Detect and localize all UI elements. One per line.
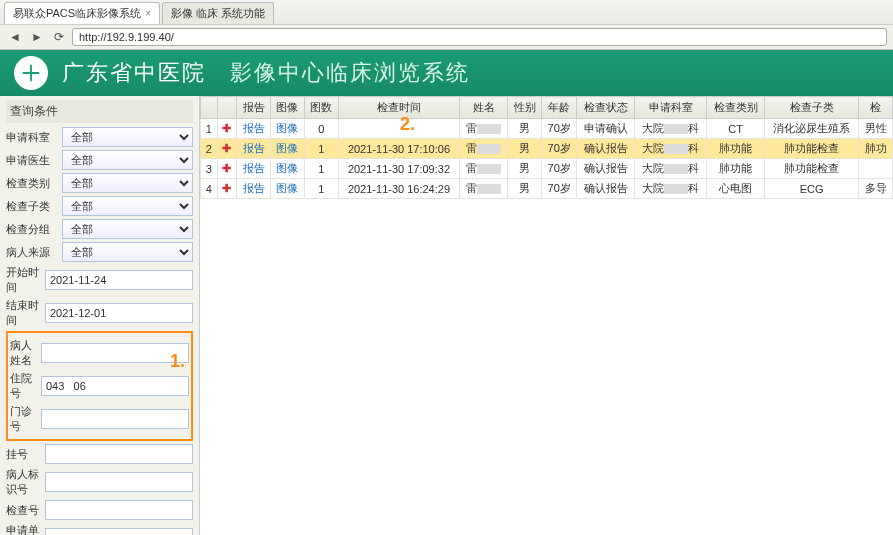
cell-time: 2021-11-30 17:10:06 (338, 139, 459, 159)
label-apply-no: 申请单号 (6, 523, 41, 535)
cell-more: 男性 (859, 119, 893, 139)
input-end-time[interactable] (45, 303, 193, 323)
cell-dept: 大院科 (635, 179, 707, 199)
col-category[interactable]: 检查类别 (707, 97, 765, 119)
label-reg-no: 挂号 (6, 447, 41, 462)
label-patient-id: 病人标识号 (6, 467, 41, 497)
input-inpatient-no[interactable] (41, 376, 189, 396)
label-inpatient-no: 住院号 (10, 371, 37, 401)
cell-subtype: 肺功能检查 (765, 159, 859, 179)
cell-name: 雷 (460, 179, 508, 199)
cell-idx: 3 (201, 159, 218, 179)
table-row[interactable]: 4✚报告图像12021-11-30 16:24:29雷男70岁确认报告大院科心电… (201, 179, 893, 199)
cell-sex: 男 (508, 139, 542, 159)
cell-idx: 1 (201, 119, 218, 139)
cell-category: 肺功能 (707, 139, 765, 159)
expand-icon[interactable]: ✚ (217, 119, 237, 139)
input-patient-id[interactable] (45, 472, 193, 492)
refresh-icon[interactable]: ⟳ (50, 28, 68, 46)
expand-icon[interactable]: ✚ (217, 179, 237, 199)
browser-tab-inactive[interactable]: 影像 临床 系统功能 (162, 2, 274, 24)
image-link[interactable]: 图像 (271, 159, 305, 179)
close-icon[interactable]: × (145, 8, 151, 19)
report-link[interactable]: 报告 (237, 159, 271, 179)
input-reg-no[interactable] (45, 444, 193, 464)
col-subtype[interactable]: 检查子类 (765, 97, 859, 119)
select-exam-group[interactable]: 全部 (62, 219, 193, 239)
back-icon[interactable]: ◄ (6, 28, 24, 46)
result-area: 2. 报告 图像 图数 检查时间 姓名 性别 年龄 检查状态 申请科室 检查类别… (200, 96, 893, 535)
label-outpatient-no: 门诊号 (10, 404, 37, 434)
col-more[interactable]: 检 (859, 97, 893, 119)
cell-category: 肺功能 (707, 159, 765, 179)
col-count[interactable]: 图数 (304, 97, 338, 119)
report-link[interactable]: 报告 (237, 119, 271, 139)
table-body: 1✚报告图像0雷男70岁申请确认大院科CT消化泌尿生殖系男性2✚报告图像1202… (201, 119, 893, 199)
col-time[interactable]: 检查时间 (338, 97, 459, 119)
col-sex[interactable]: 性别 (508, 97, 542, 119)
image-link[interactable]: 图像 (271, 119, 305, 139)
cell-sex: 男 (508, 119, 542, 139)
label-end-time: 结束时间 (6, 298, 41, 328)
input-apply-no[interactable] (45, 528, 193, 535)
input-exam-no[interactable] (45, 500, 193, 520)
input-outpatient-no[interactable] (41, 409, 189, 429)
tab-title: 易联众PACS临床影像系统 (13, 6, 141, 21)
col-report[interactable]: 报告 (237, 97, 271, 119)
select-exam-category[interactable]: 全部 (62, 173, 193, 193)
table-row[interactable]: 2✚报告图像12021-11-30 17:10:06雷男70岁确认报告大院科肺功… (201, 139, 893, 159)
col-age[interactable]: 年龄 (542, 97, 577, 119)
result-table: 报告 图像 图数 检查时间 姓名 性别 年龄 检查状态 申请科室 检查类别 检查… (200, 96, 893, 199)
cell-subtype: ECG (765, 179, 859, 199)
cell-count: 1 (304, 139, 338, 159)
forward-icon[interactable]: ► (28, 28, 46, 46)
url-input[interactable]: http://192.9.199.40/ (72, 28, 887, 46)
select-apply-dept[interactable]: 全部 (62, 127, 193, 147)
cell-status: 确认报告 (577, 139, 635, 159)
cell-status: 确认报告 (577, 179, 635, 199)
system-name: 影像中心临床浏览系统 (230, 58, 470, 88)
table-row[interactable]: 3✚报告图像12021-11-30 17:09:32雷男70岁确认报告大院科肺功… (201, 159, 893, 179)
col-name[interactable]: 姓名 (460, 97, 508, 119)
cell-time: 2021-11-30 16:24:29 (338, 179, 459, 199)
label-exam-no: 检查号 (6, 503, 41, 518)
table-row[interactable]: 1✚报告图像0雷男70岁申请确认大院科CT消化泌尿生殖系男性 (201, 119, 893, 139)
cell-dept: 大院科 (635, 119, 707, 139)
label-exam-subtype: 检查子类 (6, 199, 58, 214)
input-start-time[interactable] (45, 270, 193, 290)
expand-icon[interactable]: ✚ (217, 159, 237, 179)
select-patient-source[interactable]: 全部 (62, 242, 193, 262)
image-link[interactable]: 图像 (271, 139, 305, 159)
expand-icon[interactable]: ✚ (217, 139, 237, 159)
col-dept[interactable]: 申请科室 (635, 97, 707, 119)
highlight-box-1: 1. 病人姓名 住院号 门诊号 (6, 331, 193, 441)
cell-status: 申请确认 (577, 119, 635, 139)
col-idx (201, 97, 218, 119)
label-exam-category: 检查类别 (6, 176, 58, 191)
report-link[interactable]: 报告 (237, 139, 271, 159)
address-bar: ◄ ► ⟳ http://192.9.199.40/ (0, 24, 893, 49)
table-header: 报告 图像 图数 检查时间 姓名 性别 年龄 检查状态 申请科室 检查类别 检查… (201, 97, 893, 119)
cell-sex: 男 (508, 159, 542, 179)
cell-count: 1 (304, 159, 338, 179)
image-link[interactable]: 图像 (271, 179, 305, 199)
cell-count: 1 (304, 179, 338, 199)
select-apply-doctor[interactable]: 全部 (62, 150, 193, 170)
cell-name: 雷 (460, 119, 508, 139)
col-flag (217, 97, 237, 119)
report-link[interactable]: 报告 (237, 179, 271, 199)
col-image[interactable]: 图像 (271, 97, 305, 119)
app-banner: 广东省中医院 影像中心临床浏览系统 (0, 50, 893, 96)
input-patient-name[interactable] (41, 343, 189, 363)
annotation-1: 1. (170, 351, 185, 372)
tab-bar: 易联众PACS临床影像系统 × 影像 临床 系统功能 (0, 0, 893, 24)
browser-tab-active[interactable]: 易联众PACS临床影像系统 × (4, 2, 160, 24)
label-start-time: 开始时间 (6, 265, 41, 295)
cell-age: 70岁 (542, 119, 577, 139)
annotation-2: 2. (400, 114, 415, 135)
cell-subtype: 肺功能检查 (765, 139, 859, 159)
select-exam-subtype[interactable]: 全部 (62, 196, 193, 216)
col-status[interactable]: 检查状态 (577, 97, 635, 119)
tab-title: 影像 临床 系统功能 (171, 6, 265, 21)
cell-time (338, 119, 459, 139)
